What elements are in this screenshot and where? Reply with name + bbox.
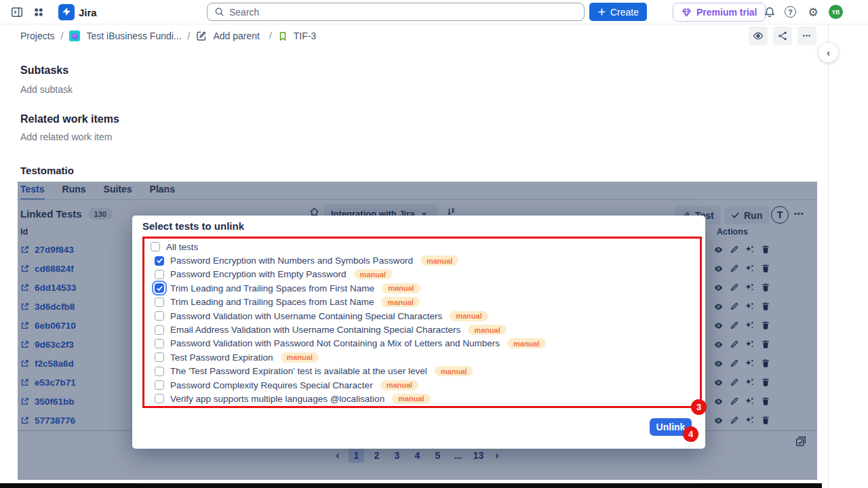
test-checkbox[interactable] [155, 367, 164, 376]
more-actions-icon[interactable]: ••• [797, 26, 816, 45]
manual-badge: manual [392, 394, 431, 404]
breadcrumb-project-name[interactable]: Test iBusiness Fundi... [86, 30, 181, 41]
settings-gear-icon[interactable]: ⚙ [806, 5, 821, 20]
notifications-bell-icon[interactable] [762, 5, 777, 20]
subtasks-title: Subtasks [20, 64, 68, 77]
panel-divider [828, 24, 829, 488]
create-label: Create [610, 7, 639, 18]
test-checkbox[interactable] [151, 242, 160, 251]
test-checkbox-row: Test Password Expiration manual [155, 350, 700, 364]
avatar[interactable]: YB [829, 5, 843, 19]
premium-trial-button[interactable]: Premium trial [673, 3, 766, 22]
project-avatar-icon [69, 30, 80, 41]
manual-badge: manual [382, 283, 420, 293]
test-checkbox-row: Password Encryption with Empty Password … [155, 268, 700, 281]
app-switcher-icon[interactable] [31, 5, 46, 20]
test-label: Test Password Expiration [170, 352, 273, 363]
create-button[interactable]: Create [589, 3, 647, 21]
test-checkbox[interactable] [155, 352, 164, 362]
test-checkbox[interactable] [155, 394, 164, 403]
edit-parent-icon [196, 30, 207, 41]
breadcrumb-separator: / [61, 30, 64, 41]
manual-badge: manual [281, 352, 319, 363]
search-placeholder: Search [229, 7, 259, 18]
test-checkbox[interactable] [155, 311, 164, 321]
test-checkbox-row: Trim Leading and Trailing Spaces from La… [155, 296, 700, 309]
testomatio-widget-title: Testomatio [20, 165, 74, 176]
chevron-left-icon: ‹ [827, 47, 830, 58]
test-checkbox[interactable] [155, 339, 164, 348]
test-label: Verify app supports multiple languages @… [170, 394, 384, 404]
test-checkbox-row: Verify app supports multiple languages @… [155, 392, 700, 405]
related-work-items-title: Related work items [20, 113, 119, 125]
share-icon[interactable] [773, 26, 792, 45]
test-label: The 'Test Password Expiration' test is a… [170, 366, 427, 376]
collapse-panel-button[interactable]: ‹ [818, 43, 838, 62]
test-label: Trim Leading and Trailing Spaces from La… [170, 297, 374, 307]
add-related-work-item-button[interactable]: Add related work item [20, 131, 112, 142]
test-checkbox-row: The 'Test Password Expiration' test is a… [155, 365, 700, 378]
question-glyph: ? [788, 8, 792, 16]
test-label: Trim Leading and Trailing Spaces from Fi… [170, 283, 374, 293]
unlink-tests-modal: Select tests to unlink All tests Passwor… [132, 216, 705, 449]
test-checkbox-row: Password Validation with Password Not Co… [155, 337, 700, 350]
test-checkbox-row: Trim Leading and Trailing Spaces from Fi… [155, 281, 700, 295]
test-label: Email Address Validation with Username C… [170, 325, 460, 335]
test-checkbox[interactable] [155, 380, 164, 390]
breadcrumb-issue-key[interactable]: TIF-3 [294, 30, 316, 41]
test-label: Password Complexity Requires Special Cha… [170, 380, 373, 390]
test-checkbox[interactable] [155, 270, 164, 279]
plus-icon [597, 7, 606, 16]
add-parent-button[interactable]: Add parent [213, 30, 260, 41]
breadcrumb-projects[interactable]: Projects [20, 30, 55, 41]
modal-title: Select tests to unlink [142, 220, 244, 232]
test-label: Password Validation with Password Not Co… [170, 338, 500, 348]
sidebar-toggle-icon[interactable] [9, 5, 24, 20]
test-label: Password Validation with Username Contai… [170, 311, 442, 321]
jira-logo-icon[interactable] [58, 4, 75, 20]
breadcrumb: Projects / Test iBusiness Fundi... / Add… [0, 24, 828, 47]
app-name: Jira [79, 7, 97, 18]
gem-icon [682, 7, 692, 18]
test-checkbox-row: Password Complexity Requires Special Cha… [155, 378, 700, 392]
annotation-step-4: 4 [683, 426, 698, 442]
annotation-step-3: 3 [691, 399, 707, 415]
manual-badge: manual [450, 311, 488, 321]
search-input[interactable]: Search [207, 3, 585, 21]
annotation-highlight-box: All tests Password Encryption with Numbe… [142, 237, 702, 408]
more-dots-glyph: ••• [803, 33, 811, 39]
bookmark-icon [278, 31, 288, 41]
manual-badge: manual [381, 297, 420, 307]
test-checkbox[interactable] [155, 256, 164, 266]
test-checkbox-row: All tests [151, 240, 700, 253]
manual-badge: manual [507, 338, 546, 348]
manual-badge: manual [354, 269, 393, 279]
test-checkbox-row: Password Validation with Username Contai… [155, 309, 700, 323]
test-checkbox-row: Password Encryption with Numbers and Sym… [155, 253, 700, 267]
test-checkbox[interactable] [155, 298, 164, 307]
test-label: Password Encryption with Empty Password [170, 269, 347, 279]
test-label: Password Encryption with Numbers and Sym… [170, 256, 413, 266]
watch-eye-icon[interactable] [749, 26, 768, 45]
manual-badge: manual [468, 325, 507, 335]
breadcrumb-separator: / [188, 30, 191, 41]
test-checkbox-row: Email Address Validation with Username C… [155, 323, 700, 336]
manual-badge: manual [435, 366, 473, 376]
manual-badge: manual [380, 380, 419, 390]
help-icon[interactable]: ? [785, 6, 796, 18]
premium-trial-label: Premium trial [696, 7, 757, 18]
test-label: All tests [166, 242, 198, 252]
search-icon [214, 7, 224, 17]
add-subtask-button[interactable]: Add subtask [20, 84, 73, 95]
manual-badge: manual [420, 256, 459, 266]
breadcrumb-separator: / [269, 30, 272, 41]
issue-actions: ••• [749, 26, 816, 45]
top-navigation-bar: Jira Search Create Premium trial ? ⚙ YB [0, 0, 868, 24]
test-checkbox[interactable] [155, 283, 164, 293]
test-checkbox[interactable] [155, 325, 164, 335]
gear-glyph: ⚙ [808, 5, 818, 20]
window-bottom-edge [0, 483, 822, 488]
